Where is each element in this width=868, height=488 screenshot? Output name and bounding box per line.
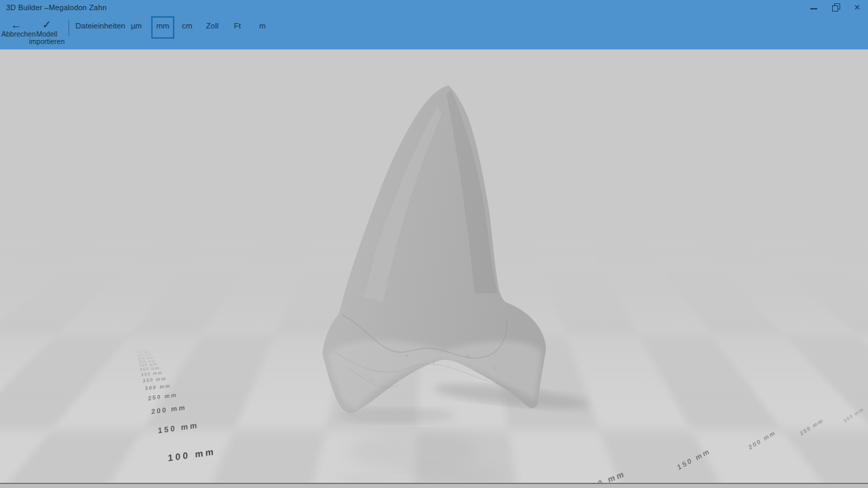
megalodon-tooth-model[interactable] [0, 49, 868, 488]
minimize-button[interactable] [803, 0, 825, 15]
unit-button-m[interactable]: m [252, 16, 273, 36]
unit-button-cm[interactable]: cm [177, 16, 197, 36]
cancel-label: Abbrechen [1, 30, 31, 38]
window-title: 3D Builder –Megalodon Zahn [6, 3, 106, 12]
close-button[interactable]: ✕ [846, 0, 868, 15]
toolbar-divider [68, 20, 69, 36]
close-icon: ✕ [854, 3, 861, 12]
viewport-3d[interactable]: 100 mm150 mm200 mm250 mm300 mm350 mm400 … [0, 49, 868, 488]
file-units-label: Dateieinheiten [75, 22, 126, 30]
unit-button-zoll[interactable]: Zoll [202, 16, 222, 36]
unit-button-ft[interactable]: Ft [227, 16, 248, 36]
checkmark-icon: ✓ [28, 20, 65, 30]
import-model-button[interactable]: ✓ Modell importieren [28, 20, 65, 45]
restore-button[interactable] [825, 0, 846, 15]
tooth-mesh [323, 85, 547, 413]
build-plate-front [0, 484, 868, 488]
import-label-line2: importieren [28, 38, 65, 45]
back-arrow-icon: ← [1, 20, 31, 30]
restore-icon [833, 5, 839, 11]
toolbar: ← Abbrechen ✓ Modell importieren Dateiei… [0, 15, 868, 49]
minimize-icon [810, 8, 817, 9]
window-controls: ✕ [803, 0, 868, 15]
unit-button-mm[interactable]: mm [151, 16, 174, 39]
unit-button-um[interactable]: µm [126, 16, 146, 36]
cancel-button[interactable]: ← Abbrechen [1, 20, 31, 38]
title-bar: 3D Builder –Megalodon Zahn ✕ [0, 0, 868, 15]
